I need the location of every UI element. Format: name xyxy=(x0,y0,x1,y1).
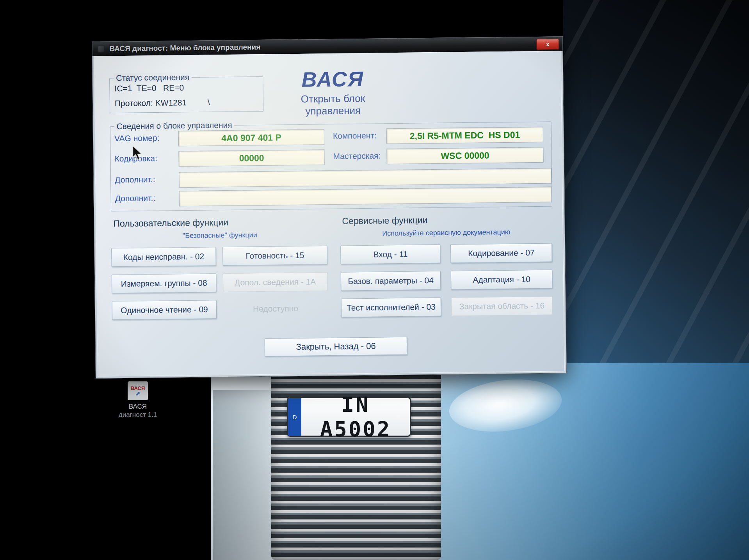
app-icon xyxy=(98,45,105,52)
service-functions-subtitle: Используйте сервисную документацию xyxy=(340,228,552,238)
connection-status-group: Статус соединения IC=1 TE=0 RE=0 Протоко… xyxy=(109,76,263,113)
adaptation-button[interactable]: Адаптация - 10 xyxy=(451,270,553,290)
user-functions-title: Пользовательские функции xyxy=(113,217,228,229)
window-title: ВАСЯ диагност: Меню блока управления xyxy=(109,43,260,53)
workshop-value: WSC 00000 xyxy=(441,150,489,161)
plate-number: IN A5002 xyxy=(301,392,410,441)
extra2-label: Дополнит.: xyxy=(115,193,156,203)
unavailable-button: Недоступно xyxy=(223,299,328,319)
mouse-cursor xyxy=(132,145,144,162)
component-value: 2,5I R5-MTM EDC HS D01 xyxy=(410,129,520,141)
close-button[interactable]: x xyxy=(536,39,559,50)
login-button[interactable]: Вход - 11 xyxy=(340,245,441,264)
vag-number-label: VAG номер: xyxy=(114,133,160,143)
workshop-label: Мастерская: xyxy=(333,151,381,161)
control-unit-menu-window: ВАСЯ диагност: Меню блока управления x С… xyxy=(92,36,567,379)
workshop-field: WSC 00000 xyxy=(386,147,543,165)
license-plate: D IN A5002 xyxy=(287,397,411,437)
security-access-button: Закрытая область - 16 xyxy=(451,296,553,316)
icon-blue-arrow: ⇗ xyxy=(135,391,141,396)
service-functions-title: Сервисные функции xyxy=(342,215,427,226)
service-function-buttons: Вход - 11 Кодирование - 07 Базов. параме… xyxy=(340,243,553,317)
protocol-line: Протокол: KW1281 xyxy=(115,98,187,108)
icon-label-line2: диагност 1.1 xyxy=(112,411,163,419)
readiness-button[interactable]: Готовность - 15 xyxy=(222,246,327,266)
logo-subtitle: Открыть блок управления xyxy=(293,92,373,117)
control-unit-info-group: Сведения о блоке управления VAG номер: 4… xyxy=(110,122,552,212)
logo-title: ВАСЯ xyxy=(272,66,393,92)
desktop-icon-label: ВАСЯ диагност 1.1 xyxy=(112,402,163,419)
window-client-area: Статус соединения IC=1 TE=0 RE=0 Протоко… xyxy=(94,51,565,377)
close-back-button[interactable]: Закрыть, Назад - 06 xyxy=(265,337,407,356)
plate-eu-band: D xyxy=(288,398,301,436)
single-reading-button[interactable]: Одиночное чтение - 09 xyxy=(112,300,217,320)
photographed-screen: D IN A5002 ВАСЯ ⇗ ВАСЯ диагност 1.1 ВАСЯ… xyxy=(0,0,749,560)
component-field: 2,5I R5-MTM EDC HS D01 xyxy=(386,127,543,144)
vag-number-field: 4A0 907 401 P xyxy=(178,129,324,146)
vag-number-value: 4A0 907 401 P xyxy=(221,132,281,144)
user-functions-subtitle: "Безопасные" функции xyxy=(112,230,328,241)
extra1-field xyxy=(179,168,552,188)
icon-label-line1: ВАСЯ xyxy=(112,402,163,411)
extra2-field xyxy=(179,187,552,207)
app-logo: ВАСЯ Открыть блок управления xyxy=(272,66,393,118)
component-label: Компонент: xyxy=(333,131,377,141)
measuring-groups-button[interactable]: Измеряем. группы - 08 xyxy=(112,273,217,293)
coding-button[interactable]: Кодирование - 07 xyxy=(450,243,552,263)
fault-codes-button[interactable]: Коды неисправн. - 02 xyxy=(111,247,216,267)
vasya-app-icon[interactable]: ВАСЯ ⇗ xyxy=(128,381,148,400)
connection-status-title: Статус соединения xyxy=(114,73,192,83)
desktop-icon-vasya[interactable]: ВАСЯ ⇗ ВАСЯ диагност 1.1 xyxy=(112,381,163,419)
user-function-buttons: Коды неисправн. - 02 Готовность - 15 Изм… xyxy=(111,246,328,320)
basic-settings-button[interactable]: Базов. параметры - 04 xyxy=(341,271,441,291)
protocol-slash: \ xyxy=(208,97,210,107)
coding-value: 00000 xyxy=(239,152,264,163)
status-counters: IC=1 TE=0 RE=0 xyxy=(114,83,184,93)
control-unit-info-title: Сведения о блоке управления xyxy=(114,121,234,131)
extra1-label: Дополнит.: xyxy=(115,175,155,184)
advanced-info-button: Допол. сведения - 1A xyxy=(223,272,328,292)
coding-field: 00000 xyxy=(178,149,324,167)
output-tests-button[interactable]: Тест исполнителей - 03 xyxy=(341,298,441,317)
